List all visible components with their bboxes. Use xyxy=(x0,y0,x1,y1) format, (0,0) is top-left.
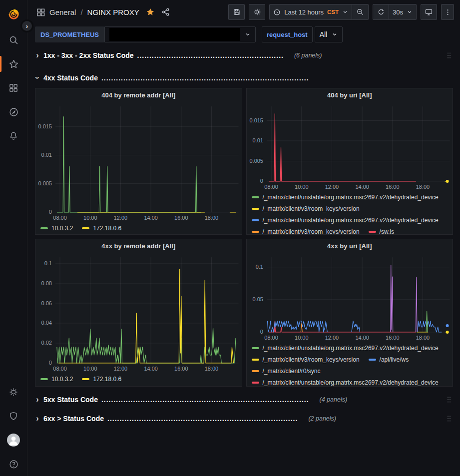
legend-swatch xyxy=(369,231,376,233)
row-1xx-3xx-2xx[interactable]: › 1xx - 3xx - 2xx Status Code ..........… xyxy=(35,48,453,63)
svg-text:12:00: 12:00 xyxy=(325,335,338,341)
panel-header[interactable]: 404 by uri [All] xyxy=(247,88,453,101)
share-icon xyxy=(161,7,170,16)
row-drag-handle[interactable] xyxy=(445,51,453,60)
timeseries-chart[interactable]: 08:0010:0012:0014:0016:0018:0000.0050.01… xyxy=(35,101,242,222)
svg-text:08:00: 08:00 xyxy=(264,335,278,341)
chevron-right-icon: › xyxy=(35,414,40,423)
sidebar-item-profile[interactable] xyxy=(1,428,25,452)
svg-text:18:00: 18:00 xyxy=(416,335,429,341)
panel-title-text: 404 by remote addr [All] xyxy=(101,91,175,99)
sidebar-item-explore[interactable] xyxy=(1,100,25,124)
request-host-variable-dropdown[interactable]: All xyxy=(315,26,343,42)
sidebar-item-server-admin[interactable] xyxy=(1,404,25,428)
svg-text:08:00: 08:00 xyxy=(53,215,66,221)
main-area: General / NGINX PROXY xyxy=(27,0,460,476)
chevron-right-icon: › xyxy=(35,51,40,60)
zoom-out-time-button[interactable] xyxy=(352,4,369,20)
variable-request-host: request_host All xyxy=(262,26,343,42)
sidebar-item-dashboards[interactable] xyxy=(1,76,25,100)
panel-header[interactable]: 4xx by uri [All] xyxy=(247,239,453,252)
legend-swatch xyxy=(82,378,89,380)
dashboards-grid-icon xyxy=(8,83,18,93)
svg-text:0: 0 xyxy=(49,360,52,366)
sidebar-item-alerting[interactable] xyxy=(1,124,25,148)
time-range-picker[interactable]: Last 12 hours CST xyxy=(269,4,352,20)
panel-header[interactable]: 404 by remote addr [All] xyxy=(35,88,242,101)
svg-text:12:00: 12:00 xyxy=(114,215,127,221)
timeseries-chart[interactable]: 08:0010:0012:0014:0016:0018:0000.050.1 xyxy=(247,252,453,342)
sidebar-item-help[interactable] xyxy=(1,452,25,476)
svg-text:0.1: 0.1 xyxy=(44,260,52,266)
legend-item[interactable]: /_matrix/client/unstable/org.matrix.msc2… xyxy=(252,343,439,354)
legend-item[interactable]: /_matrix/client/r0/sync xyxy=(252,366,321,377)
legend-swatch xyxy=(252,370,259,372)
sidebar-item-search[interactable] xyxy=(1,28,25,52)
breadcrumb-section[interactable]: General xyxy=(49,8,76,16)
row-drag-handle[interactable] xyxy=(445,395,453,404)
share-dashboard-button[interactable] xyxy=(161,7,170,16)
sidebar-item-starred[interactable] xyxy=(1,52,25,76)
svg-text:0: 0 xyxy=(260,178,263,184)
row-drag-handle[interactable] xyxy=(445,414,453,423)
toolbar: Last 12 hours CST xyxy=(228,4,454,20)
star-filled-icon xyxy=(146,7,155,16)
row-panel-count: (4 panels) xyxy=(320,396,348,403)
row-5xx[interactable]: › 5xx Status Code ......................… xyxy=(35,392,453,407)
svg-text:0.01: 0.01 xyxy=(252,137,263,143)
expand-sidebar-button[interactable]: › xyxy=(20,19,33,32)
row-6xx[interactable]: › 6xx > Status Code ....................… xyxy=(35,411,453,426)
row-panel-count: (2 panels) xyxy=(308,415,336,422)
refresh-interval-dropdown[interactable]: 30s xyxy=(389,4,417,20)
legend-item[interactable]: 10.0.3.2 xyxy=(40,374,73,385)
legend-item[interactable]: /_matrix/client/v3/room_keys/version xyxy=(252,354,360,366)
panel-grid: 404 by remote addr [All] 08:0010:0012:00… xyxy=(35,88,453,387)
legend-item[interactable]: 172.18.0.6 xyxy=(82,374,121,385)
legend-swatch xyxy=(252,347,259,349)
zoom-out-icon xyxy=(356,8,364,16)
svg-text:0.005: 0.005 xyxy=(249,158,263,164)
legend-item[interactable]: /_matrix/client/unstable/org.matrix.msc2… xyxy=(252,377,439,386)
dashboards-breadcrumb-button[interactable] xyxy=(36,8,45,16)
more-options-button[interactable] xyxy=(441,4,454,20)
request-host-value: All xyxy=(320,30,328,38)
bell-icon xyxy=(8,131,18,141)
time-range-label: Last 12 hours xyxy=(284,8,324,16)
legend-item[interactable]: /_matrix/client/unstable/org.matrix.msc2… xyxy=(252,192,439,203)
svg-text:14:00: 14:00 xyxy=(355,184,369,190)
dashboard-settings-button[interactable] xyxy=(249,4,265,20)
datasource-variable-dropdown[interactable] xyxy=(104,26,256,42)
svg-text:0: 0 xyxy=(49,209,52,215)
legend-item[interactable]: /_matrix/client/unstable/org.matrix.msc2… xyxy=(252,215,439,226)
timeseries-chart[interactable]: 08:0010:0012:0014:0016:0018:0000.020.040… xyxy=(35,252,242,373)
refresh-button[interactable] xyxy=(373,4,389,20)
request-host-variable-label: request_host xyxy=(262,26,313,42)
time-picker-group: Last 12 hours CST xyxy=(269,4,369,20)
legend-item[interactable]: /_matrix/client/v3/room_keys/version xyxy=(252,226,360,234)
kiosk-mode-button[interactable] xyxy=(421,4,437,20)
legend-item[interactable]: /_matrix/client/v3/room_keys/version xyxy=(252,203,360,215)
save-dashboard-button[interactable] xyxy=(228,4,245,20)
legend-item[interactable]: 172.18.0.6 xyxy=(82,223,121,234)
legend-item[interactable]: /api/live/ws xyxy=(369,354,409,366)
svg-text:16:00: 16:00 xyxy=(386,335,399,341)
dashboard-content: › 1xx - 3xx - 2xx Status Code ..........… xyxy=(27,45,460,476)
svg-text:16:00: 16:00 xyxy=(174,215,188,221)
legend-item[interactable]: /sw.js xyxy=(369,226,394,234)
monitor-icon xyxy=(425,8,433,16)
unstar-dashboard-button[interactable] xyxy=(146,7,155,16)
panel-404-by-remote-addr: 404 by remote addr [All] 08:0010:0012:00… xyxy=(35,88,242,235)
sidebar-item-configuration[interactable] xyxy=(1,380,25,404)
svg-text:0.015: 0.015 xyxy=(249,117,263,123)
row-4xx[interactable]: › 4xx Status Code ......................… xyxy=(35,71,453,85)
legend-swatch xyxy=(369,359,376,361)
sidebar: › xyxy=(0,0,27,476)
refresh-interval-label: 30s xyxy=(393,8,403,16)
drag-dots-icon xyxy=(445,414,453,423)
panel-header[interactable]: 4xx by remote addr [All] xyxy=(35,239,242,252)
svg-text:0.06: 0.06 xyxy=(41,300,52,306)
variables-bar: DS_PROMETHEUS request_host All xyxy=(27,24,460,45)
legend-item[interactable]: 10.0.3.2 xyxy=(40,223,73,234)
timeseries-chart[interactable]: 08:0010:0012:0014:0016:0018:0000.0050.01… xyxy=(247,101,453,191)
dashboards-grid-icon xyxy=(36,8,45,16)
